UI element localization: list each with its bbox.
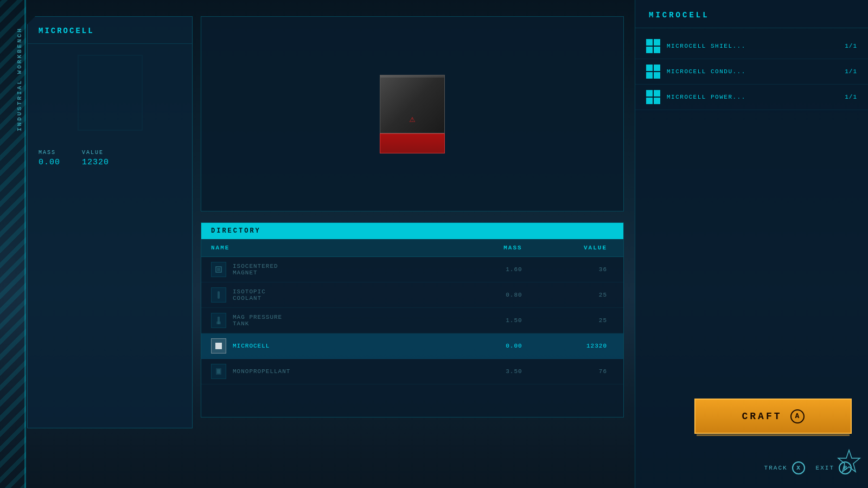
hazard-stripes [0,0,26,488]
col-name-header: NAME [201,239,353,257]
svg-rect-4 [216,322,221,324]
item-mass: 1.50 [462,308,539,333]
item-name: ISOCENTEREDMAGNET [233,263,278,276]
item-spacer [353,359,462,384]
table-row[interactable]: MAG PRESSURETANK 1.50 25 [201,308,623,333]
value-label: VALUE [82,150,109,156]
right-panel-title: MICROCELL [635,0,868,28]
item-name: MAG PRESSURETANK [233,314,282,327]
track-key: X [792,461,805,474]
logo-svg [835,447,863,474]
variant-item[interactable]: MICROCELL CONDU... 1/1 [635,59,868,85]
item-value: 76 [539,359,623,384]
item-value: 25 [539,282,623,308]
variant-count: 1/1 [845,68,857,75]
item-name-cell: MICROCELL [201,333,353,359]
item-name: MONOPROPELLANT [233,368,290,375]
item-name-cell: ISOCENTEREDMAGNET [201,257,353,282]
item-icon [211,287,226,303]
item-name: MICROCELL [233,343,270,349]
preview-content [201,17,623,211]
item-3d-base [380,133,445,153]
directory-table: NAME MASS VALUE ISOCENTEREDMAGNET 1.60 3… [201,239,623,384]
table-header-row: NAME MASS VALUE [201,239,623,257]
item-name-cell: ISOTOPICCOOLANT [201,282,353,308]
mass-value: 0.00 [39,158,60,167]
svg-rect-2 [218,291,220,299]
craft-button[interactable]: CRAFT A [694,399,852,434]
item-value: 12320 [539,333,623,359]
item-spacer [353,257,462,282]
svg-marker-8 [838,450,860,472]
variant-item[interactable]: MICROCELL POWER... 1/1 [635,85,868,110]
variant-grid-icon [646,39,660,53]
variant-item[interactable]: MICROCELL SHIEL... 1/1 [635,34,868,59]
svg-rect-5 [215,343,222,349]
item-spacer [353,308,462,333]
col-value-header: VALUE [539,239,623,257]
table-row[interactable]: ISOTOPICCOOLANT 0.80 25 [201,282,623,308]
center-preview-panel [201,16,624,211]
mass-label: MASS [39,150,60,156]
directory-panel: DIRECTORY NAME MASS VALUE ISOCENTEREDMAG… [201,222,624,418]
craft-key: A [790,409,805,423]
item-name: ISOTOPICCOOLANT [233,288,266,301]
variant-name: MICROCELL CONDU... [667,68,838,75]
item-preview-area [28,44,192,142]
variant-name: MICROCELL POWER... [667,94,838,100]
variant-count: 1/1 [845,43,857,49]
value-group: VALUE 12320 [82,150,109,167]
svg-rect-7 [217,369,220,374]
item-spacer [353,282,462,308]
value-value: 12320 [82,158,109,167]
craft-label: CRAFT [742,411,782,422]
item-value: 25 [539,308,623,333]
item-name-cell: MONOPROPELLANT [201,359,353,384]
item-3d-model [380,75,445,153]
item-preview-ghost [78,55,143,131]
mass-value-section: MASS 0.00 VALUE 12320 [28,142,192,175]
track-label: TRACK [764,465,788,471]
item-spacer [353,333,462,359]
directory-header: DIRECTORY [201,223,623,239]
svg-rect-1 [217,268,220,271]
table-row[interactable]: MONOPROPELLANT 3.50 76 [201,359,623,384]
item-mass: 1.60 [462,257,539,282]
item-icon [211,262,226,277]
variant-grid-icon [646,65,660,79]
variant-count: 1/1 [845,94,857,100]
right-panel: MICROCELL MICROCELL SHIEL... 1/1 MICROCE… [635,0,868,488]
item-icon [211,313,226,328]
col-mass-header: MASS [462,239,539,257]
starfield-logo [835,447,868,480]
variant-grid-icon [646,90,660,104]
table-row[interactable]: ISOCENTEREDMAGNET 1.60 36 [201,257,623,282]
item-mass: 0.00 [462,333,539,359]
item-mass: 3.50 [462,359,539,384]
item-mass: 0.80 [462,282,539,308]
item-name-cell: MAG PRESSURETANK [201,308,353,333]
table-row[interactable]: MICROCELL 0.00 12320 [201,333,623,359]
item-icon [211,364,226,379]
exit-label: EXIT [816,465,834,471]
track-control: TRACK X [764,461,805,474]
mass-group: MASS 0.00 [39,150,60,167]
left-panel: MICROCELL MASS 0.00 VALUE 12320 [27,16,193,428]
col-spacer-header [353,239,462,257]
item-value: 36 [539,257,623,282]
item-icon [211,338,226,354]
variant-name: MICROCELL SHIEL... [667,43,838,49]
item-3d-body [380,75,445,133]
left-panel-title: MICROCELL [28,17,192,44]
variant-list: MICROCELL SHIEL... 1/1 MICROCELL CONDU..… [635,28,868,115]
